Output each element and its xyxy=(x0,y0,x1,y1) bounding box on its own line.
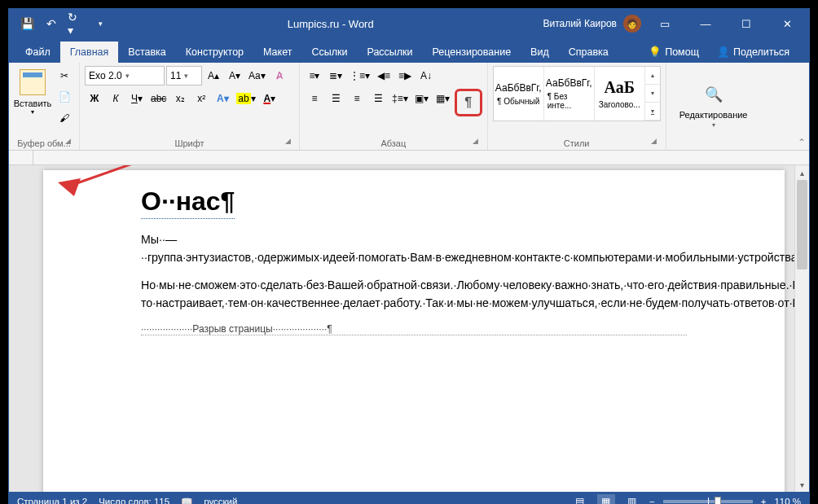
tab-insert[interactable]: Вставка xyxy=(118,42,175,63)
document-area: О··нас¶ Мы··—··группа·энтузиастов,·одерж… xyxy=(9,165,809,492)
copy-button[interactable]: 📄 xyxy=(55,87,74,107)
tab-view[interactable]: Вид xyxy=(521,42,559,63)
cut-button[interactable]: ✂ xyxy=(55,66,74,85)
zoom-out-button[interactable]: − xyxy=(649,497,655,504)
group-editing: 🔍 Редактирование ▾ xyxy=(666,63,761,150)
status-page[interactable]: Страница 1 из 2 xyxy=(17,497,87,504)
bullets-button[interactable]: ≡▾ xyxy=(305,66,324,85)
shrink-font-button[interactable]: A▾ xyxy=(225,66,244,85)
styles-dialog-launcher[interactable]: ◢ xyxy=(649,137,659,147)
superscript-button[interactable]: x² xyxy=(191,89,211,108)
web-layout-button[interactable]: ▥ xyxy=(623,494,641,504)
ribbon-display-icon[interactable]: ▭ xyxy=(648,9,682,38)
avatar[interactable]: 🧑 xyxy=(623,15,641,33)
font-size-combo[interactable]: 11▾ xyxy=(166,66,202,85)
justify-button[interactable]: ☰ xyxy=(368,89,388,108)
vertical-scrollbar[interactable]: ▴ ▾ xyxy=(794,165,809,492)
borders-button[interactable]: ▦▾ xyxy=(433,89,453,108)
tab-mailings[interactable]: Рассылки xyxy=(357,42,422,63)
status-language[interactable]: русский xyxy=(204,497,237,504)
style-normal[interactable]: АаБбВвГг,¶ Обычный xyxy=(494,67,544,121)
group-styles: АаБбВвГг,¶ Обычный АаБбВвГг,¶ Без инте..… xyxy=(488,63,666,150)
font-name-combo[interactable]: Exo 2.0▾ xyxy=(85,66,165,85)
redo-icon[interactable]: ↻ ▾ xyxy=(68,15,84,32)
zoom-slider[interactable] xyxy=(663,500,753,503)
numbering-button[interactable]: ≣▾ xyxy=(326,66,345,85)
vertical-ruler[interactable] xyxy=(9,165,33,492)
tab-file[interactable]: Файл xyxy=(15,42,60,63)
tab-references[interactable]: Ссылки xyxy=(301,42,357,63)
styles-down-button[interactable]: ▾ xyxy=(645,85,660,103)
style-heading1[interactable]: АаБЗаголово... xyxy=(595,67,645,121)
clipboard-dialog-launcher[interactable]: ◢ xyxy=(63,137,73,147)
increase-indent-button[interactable]: ≡▶ xyxy=(395,66,415,85)
styles-up-button[interactable]: ▴ xyxy=(645,67,660,85)
font-color-button[interactable]: A▾ xyxy=(260,89,279,108)
document-page[interactable]: О··нас¶ Мы··—··группа·энтузиастов,·одерж… xyxy=(43,170,785,492)
document-heading[interactable]: О··нас¶ xyxy=(141,186,235,219)
underline-button[interactable]: Ч▾ xyxy=(127,89,147,108)
qat-customize-icon[interactable]: ▾ xyxy=(92,15,108,32)
align-left-button[interactable]: ≡ xyxy=(305,89,324,108)
status-word-count[interactable]: Число слов: 115 xyxy=(99,497,169,504)
print-layout-button[interactable]: ▦ xyxy=(597,494,615,504)
tab-home[interactable]: Главная xyxy=(60,42,119,63)
close-button[interactable]: ✕ xyxy=(770,9,804,38)
document-paragraph-2[interactable]: Но·мы·не·сможем·это·сделать·без·Вашей·об… xyxy=(141,276,687,312)
share-icon: 👤 xyxy=(717,46,730,58)
tab-help[interactable]: Справка xyxy=(559,42,618,63)
strikethrough-button[interactable]: abc xyxy=(148,89,169,108)
undo-icon[interactable]: ↶ xyxy=(43,15,59,32)
tab-layout[interactable]: Макет xyxy=(253,42,301,63)
scroll-up-button[interactable]: ▴ xyxy=(795,165,809,180)
align-right-button[interactable]: ≡ xyxy=(347,89,367,108)
tab-design[interactable]: Конструктор xyxy=(176,42,253,63)
paragraph-dialog-launcher[interactable]: ◢ xyxy=(471,137,481,147)
styles-more-button[interactable]: ▾̲ xyxy=(645,103,660,121)
style-no-spacing[interactable]: АаБбВвГг,¶ Без инте... xyxy=(544,67,595,121)
text-effects-button[interactable]: A▾ xyxy=(213,89,232,108)
clear-formatting-button[interactable]: A̷ xyxy=(270,66,289,85)
page-scroll[interactable]: О··нас¶ Мы··—··группа·энтузиастов,·одерж… xyxy=(33,165,794,492)
read-mode-button[interactable]: ▤ xyxy=(571,494,589,504)
spellcheck-icon[interactable]: 📖 xyxy=(181,496,192,504)
grow-font-button[interactable]: A▴ xyxy=(204,66,223,85)
page-break-marker[interactable]: ···················Разрыв страницы······… xyxy=(141,322,687,335)
find-icon[interactable]: 🔍 xyxy=(705,85,723,103)
copy-icon: 📄 xyxy=(59,91,71,103)
group-editing-label[interactable]: Редактирование xyxy=(679,110,748,120)
share-button[interactable]: 👤Поделиться xyxy=(710,41,796,63)
scroll-track[interactable] xyxy=(795,180,809,477)
change-case-button[interactable]: Aa▾ xyxy=(246,66,268,85)
collapse-ribbon-button[interactable]: ⌃ xyxy=(798,137,806,148)
horizontal-ruler[interactable] xyxy=(9,151,809,165)
tab-review[interactable]: Рецензирование xyxy=(423,42,521,63)
decrease-indent-button[interactable]: ◀≡ xyxy=(374,66,394,85)
multilevel-button[interactable]: ⋮≡▾ xyxy=(347,66,372,85)
group-paragraph-label: Абзац xyxy=(380,138,406,148)
show-hide-paragraph-button[interactable]: ¶ xyxy=(455,89,482,116)
shading-button[interactable]: ▣▾ xyxy=(412,89,432,108)
scroll-thumb[interactable] xyxy=(797,180,807,270)
italic-button[interactable]: К xyxy=(106,89,125,108)
zoom-level[interactable]: 110 % xyxy=(774,497,801,504)
align-center-button[interactable]: ☰ xyxy=(326,89,345,108)
paste-button[interactable]: Вставить ▾ xyxy=(14,66,51,119)
autosave-icon[interactable]: 💾 xyxy=(19,15,35,32)
user-name[interactable]: Виталий Каиров xyxy=(543,18,617,29)
bold-button[interactable]: Ж xyxy=(85,89,104,108)
tell-me-button[interactable]: 💡Помощ xyxy=(642,41,706,63)
styles-gallery: АаБбВвГг,¶ Обычный АаБбВвГг,¶ Без инте..… xyxy=(493,66,661,121)
subscript-button[interactable]: x₂ xyxy=(170,89,190,108)
highlight-button[interactable]: ab▾ xyxy=(234,89,257,108)
line-spacing-button[interactable]: ‡≡▾ xyxy=(389,89,411,108)
font-dialog-launcher[interactable]: ◢ xyxy=(283,137,292,147)
zoom-in-button[interactable]: + xyxy=(761,497,767,504)
document-paragraph-1[interactable]: Мы··—··группа·энтузиастов,·одержимых·иде… xyxy=(141,230,687,266)
minimize-button[interactable]: — xyxy=(688,9,723,38)
brush-icon: 🖌 xyxy=(59,112,69,124)
format-painter-button[interactable]: 🖌 xyxy=(55,108,74,128)
scroll-down-button[interactable]: ▾ xyxy=(795,477,809,492)
maximize-button[interactable]: ☐ xyxy=(729,9,763,38)
sort-button[interactable]: A↓ xyxy=(416,66,436,85)
